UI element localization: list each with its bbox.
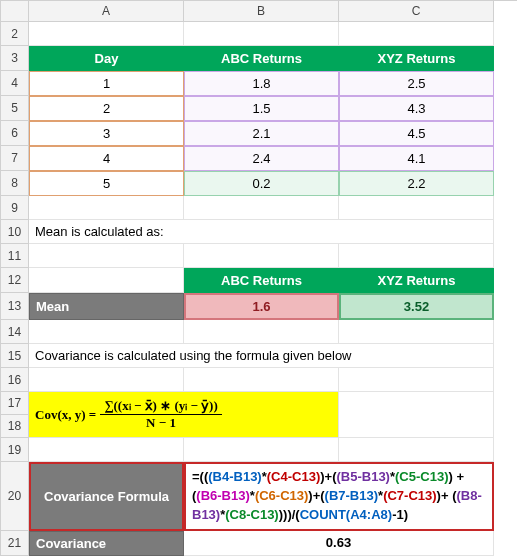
row-header[interactable]: 18	[1, 415, 29, 438]
cell[interactable]	[184, 368, 339, 392]
row-header[interactable]: 16	[1, 368, 29, 392]
cell-xyz[interactable]: 4.3	[339, 96, 494, 121]
cell-xyz[interactable]: 4.5	[339, 121, 494, 146]
row-header[interactable]: 14	[1, 320, 29, 344]
cov-text[interactable]: Covariance is calculated using the formu…	[29, 344, 494, 368]
cell[interactable]	[339, 22, 494, 46]
row-header[interactable]: 11	[1, 244, 29, 268]
col-header-c[interactable]: C	[339, 1, 494, 22]
cell[interactable]	[184, 320, 339, 344]
cell[interactable]	[184, 196, 339, 220]
cell-abc[interactable]: 0.2	[184, 171, 339, 196]
row-header[interactable]: 7	[1, 146, 29, 171]
cell[interactable]	[29, 268, 184, 293]
cov-result-label[interactable]: Covariance	[29, 531, 184, 556]
cell-day[interactable]: 1	[29, 71, 184, 96]
cell[interactable]	[29, 320, 184, 344]
cell[interactable]	[29, 22, 184, 46]
row-header[interactable]: 17	[1, 392, 29, 415]
row-header[interactable]: 8	[1, 171, 29, 196]
cell-abc[interactable]: 1.5	[184, 96, 339, 121]
row-header[interactable]: 6	[1, 121, 29, 146]
cell-abc[interactable]: 2.1	[184, 121, 339, 146]
cov-formula-label[interactable]: Covariance Formula	[29, 462, 184, 531]
formula-text: =(((B4-B13)*(C4-C13))+((B5-B13)*(C5-C13)…	[192, 468, 486, 525]
numerator: ∑((xᵢ − x̄) ∗ (yᵢ − ȳ))	[100, 398, 222, 415]
cell[interactable]	[29, 368, 184, 392]
cell[interactable]	[29, 438, 184, 462]
col-header-a[interactable]: A	[29, 1, 184, 22]
row-header[interactable]: 4	[1, 71, 29, 96]
covariance-math-formula: Cov(x, y) = ∑((xᵢ − x̄) ∗ (yᵢ − ȳ)) N − …	[29, 392, 339, 438]
header-xyz[interactable]: XYZ Returns	[339, 46, 494, 71]
fraction: ∑((xᵢ − x̄) ∗ (yᵢ − ȳ)) N − 1	[100, 398, 222, 431]
header-xyz[interactable]: XYZ Returns	[339, 268, 494, 293]
cell-day[interactable]: 5	[29, 171, 184, 196]
cell-xyz[interactable]: 2.2	[339, 171, 494, 196]
denominator: N − 1	[142, 415, 180, 431]
row-header[interactable]: 21	[1, 531, 29, 556]
cov-formula-cell[interactable]: =(((B4-B13)*(C4-C13))+((B5-B13)*(C5-C13)…	[184, 462, 494, 531]
cell[interactable]	[184, 244, 339, 268]
cell-xyz[interactable]: 2.5	[339, 71, 494, 96]
row-header[interactable]: 15	[1, 344, 29, 368]
cell[interactable]	[339, 196, 494, 220]
corner-header	[1, 1, 29, 22]
row-header[interactable]: 19	[1, 438, 29, 462]
cell[interactable]	[339, 320, 494, 344]
header-day[interactable]: Day	[29, 46, 184, 71]
cell[interactable]	[29, 196, 184, 220]
header-abc[interactable]: ABC Returns	[184, 268, 339, 293]
row-header[interactable]: 12	[1, 268, 29, 293]
mean-xyz[interactable]: 3.52	[339, 293, 494, 320]
cell-abc[interactable]: 2.4	[184, 146, 339, 171]
row-header[interactable]: 9	[1, 196, 29, 220]
cell-xyz[interactable]: 4.1	[339, 146, 494, 171]
cell[interactable]	[339, 244, 494, 268]
row-header[interactable]: 10	[1, 220, 29, 244]
mean-text[interactable]: Mean is calculated as:	[29, 220, 494, 244]
mean-label[interactable]: Mean	[29, 293, 184, 320]
row-header[interactable]: 2	[1, 22, 29, 46]
row-header[interactable]: 3	[1, 46, 29, 71]
cell[interactable]	[184, 438, 339, 462]
cell[interactable]	[184, 22, 339, 46]
row-header[interactable]: 5	[1, 96, 29, 121]
header-abc[interactable]: ABC Returns	[184, 46, 339, 71]
cell[interactable]	[339, 392, 494, 438]
col-header-b[interactable]: B	[184, 1, 339, 22]
cov-result-value[interactable]: 0.63	[184, 531, 494, 556]
spreadsheet: A B C 2 3 Day ABC Returns XYZ Returns 4 …	[0, 0, 517, 556]
row-header[interactable]: 20	[1, 462, 29, 531]
row-header[interactable]: 13	[1, 293, 29, 320]
cell-day[interactable]: 4	[29, 146, 184, 171]
cell[interactable]	[29, 244, 184, 268]
cell-day[interactable]: 2	[29, 96, 184, 121]
cell-day[interactable]: 3	[29, 121, 184, 146]
cell[interactable]	[339, 438, 494, 462]
mean-abc[interactable]: 1.6	[184, 293, 339, 320]
cell[interactable]	[339, 368, 494, 392]
cell-abc[interactable]: 1.8	[184, 71, 339, 96]
cov-symbol: Cov(x, y) =	[35, 407, 96, 423]
